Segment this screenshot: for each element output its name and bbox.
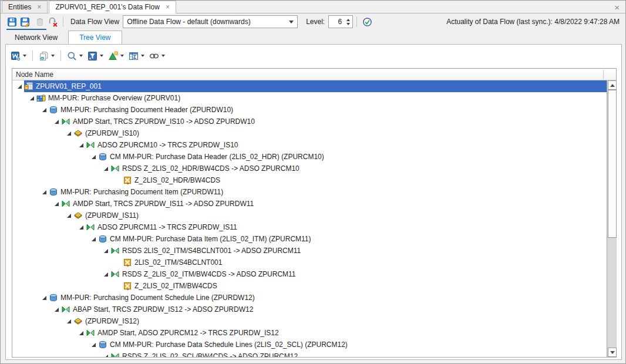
tree-row[interactable]: (ZPURDW_IS10) bbox=[12, 127, 607, 139]
tree-row-label: Z_2LIS_02_ITM/BW4CDS bbox=[134, 282, 217, 290]
tree-row[interactable]: MM-PUR: Purchase Overview (ZPURV01) bbox=[12, 92, 607, 104]
tree-icon bbox=[108, 51, 118, 61]
tree-row[interactable]: ADSO ZPURCM11 -> TRCS ZPURDW_IS11 bbox=[12, 221, 607, 233]
chevron-down-icon[interactable] bbox=[120, 55, 124, 57]
expand-arrow-icon[interactable] bbox=[90, 155, 97, 159]
expand-arrow-icon[interactable] bbox=[78, 225, 85, 230]
filter-button[interactable] bbox=[85, 51, 106, 61]
scrollbar-thumb[interactable] bbox=[608, 90, 617, 238]
expand-arrow-icon[interactable] bbox=[102, 249, 110, 253]
tree-row[interactable]: CM MM-PUR: Purchase Data Item (2LIS_02_I… bbox=[12, 233, 607, 245]
tree-row[interactable]: MM-PUR: Purchasing Document Item (ZPURDW… bbox=[12, 186, 607, 198]
column-divider[interactable] bbox=[603, 70, 604, 79]
trash-icon bbox=[35, 17, 45, 26]
scroll-up-icon bbox=[610, 84, 615, 87]
expand-arrow-icon[interactable] bbox=[53, 202, 60, 206]
isrc-icon bbox=[73, 211, 83, 220]
chevron-down-icon[interactable] bbox=[79, 55, 83, 57]
spin-down-icon[interactable] bbox=[346, 23, 350, 25]
search-button[interactable] bbox=[65, 51, 85, 61]
tree-row-label: 2LIS_02_ITM/S4BCLNT001 bbox=[134, 258, 222, 267]
expand-arrow-icon[interactable] bbox=[16, 85, 23, 89]
chevron-down-icon[interactable] bbox=[141, 55, 144, 57]
tree-row-label: AMDP Start, TRCS ZPURDW_IS11 -> ADSO ZPU… bbox=[73, 200, 254, 208]
tree-row[interactable]: Z_2LIS_02_ITM/BW4CDS bbox=[12, 280, 607, 292]
chevron-down-icon[interactable] bbox=[161, 55, 165, 57]
level-stepper[interactable]: 6 bbox=[328, 15, 353, 28]
expand-arrow-icon[interactable] bbox=[28, 96, 36, 100]
expand-arrow-icon[interactable] bbox=[41, 190, 48, 194]
delete-button[interactable] bbox=[33, 15, 46, 28]
tab-data-flow[interactable]: ZPURV01_REP_001's Data Flow × bbox=[49, 1, 176, 14]
tab-entities[interactable]: Entities × bbox=[2, 1, 48, 13]
tree-row[interactable]: AMDP Start, TRCS ZPURDW_IS11 -> ADSO ZPU… bbox=[12, 198, 607, 210]
expand-arrow-icon[interactable] bbox=[78, 331, 85, 335]
tab-network-view[interactable]: Network View bbox=[4, 31, 68, 45]
tree-row[interactable]: AMDP Start, ADSO ZPURCM12 -> TRCS ZPURDW… bbox=[12, 327, 607, 339]
expand-arrow-icon[interactable] bbox=[65, 132, 73, 136]
copy-note-button[interactable] bbox=[36, 51, 57, 61]
expand-arrow-icon[interactable] bbox=[53, 120, 60, 124]
tree-row[interactable]: MM-PUR: Purchasing Document Schedule Lin… bbox=[12, 292, 607, 304]
word-icon bbox=[11, 51, 21, 61]
leaf-spacer bbox=[115, 261, 122, 265]
expand-arrow-icon[interactable] bbox=[41, 108, 48, 112]
expand-arrow-icon[interactable] bbox=[65, 319, 73, 323]
level-spin-buttons[interactable] bbox=[344, 16, 352, 28]
tree-row[interactable]: ABAP Start, TRCS ZPURDW_IS12 -> ADSO ZPU… bbox=[12, 304, 607, 315]
dsrc-icon bbox=[123, 281, 132, 291]
tree-row[interactable]: CM MM-PUR: Purchase Data Header (2LIS_02… bbox=[12, 151, 607, 163]
tree-row-label: MM-PUR: Purchase Overview (ZPURV01) bbox=[48, 94, 180, 102]
tree-row[interactable]: CM MM-PUR: Purchase Data Schedule Lines … bbox=[12, 339, 607, 350]
close-icon[interactable]: × bbox=[37, 4, 41, 11]
tree-row[interactable]: RSDS Z_2LIS_02_SCL/BW4CDS -> ADSO ZPURCM… bbox=[12, 350, 607, 357]
tree-row[interactable]: RSDS 2LIS_02_ITM/S4BCLNT001 -> ADSO ZPUR… bbox=[12, 245, 607, 257]
view-close-icon[interactable]: × bbox=[614, 2, 620, 12]
tree-column-header[interactable]: Node Name bbox=[12, 69, 616, 80]
data-flow-view-select[interactable]: Offline Data Flow - default (downwards) bbox=[123, 15, 298, 28]
save-button[interactable] bbox=[5, 15, 18, 28]
link-objects-button[interactable] bbox=[147, 51, 167, 61]
expand-hierarchy-button[interactable] bbox=[106, 51, 126, 61]
tree-row[interactable]: RSDS Z_2LIS_02_ITM/BW4CDS -> ADSO ZPURCM… bbox=[12, 268, 607, 280]
scroll-down-button[interactable] bbox=[608, 348, 617, 357]
expand-arrow-icon[interactable] bbox=[90, 343, 97, 347]
expand-arrow-icon[interactable] bbox=[78, 143, 85, 147]
chevron-down-icon[interactable] bbox=[51, 55, 55, 57]
expand-arrow-icon[interactable] bbox=[102, 167, 110, 171]
expand-arrow-icon[interactable] bbox=[53, 308, 60, 312]
trfn-icon bbox=[86, 140, 95, 150]
node-name-header-label: Node Name bbox=[16, 70, 53, 79]
adso-icon bbox=[98, 152, 107, 161]
tree-row[interactable]: AMDP Start, TRCS ZPURDW_IS10 -> ADSO ZPU… bbox=[12, 116, 607, 127]
save-as-button[interactable] bbox=[18, 15, 31, 28]
scroll-up-button[interactable] bbox=[608, 80, 617, 90]
dsrc-icon bbox=[123, 258, 132, 267]
separator bbox=[32, 50, 33, 61]
tree-row[interactable]: Z_2LIS_02_HDR/BW4CDS bbox=[12, 174, 607, 186]
tree-row[interactable]: (ZPURDW_IS12) bbox=[12, 315, 607, 327]
tree-row[interactable]: MM-PUR: Purchasing Document Header (ZPUR… bbox=[12, 104, 607, 116]
copy-icon bbox=[39, 51, 49, 61]
tree-row[interactable]: ZPURV01_REP_001 bbox=[12, 80, 607, 92]
expand-arrow-icon[interactable] bbox=[102, 272, 110, 277]
expand-arrow-icon[interactable] bbox=[65, 214, 73, 218]
expand-arrow-icon[interactable] bbox=[102, 355, 110, 358]
table-totals-button[interactable] bbox=[126, 51, 147, 61]
tab-tree-view[interactable]: Tree View bbox=[68, 31, 122, 45]
tree-row[interactable]: (ZPURDW_IS11) bbox=[12, 210, 607, 221]
expand-arrow-icon[interactable] bbox=[41, 296, 48, 300]
chevron-down-icon[interactable] bbox=[100, 55, 103, 57]
expand-arrow-icon[interactable] bbox=[90, 237, 97, 241]
export-word-report-button[interactable] bbox=[8, 51, 29, 61]
remove-assignment-button[interactable] bbox=[46, 15, 59, 28]
tree-row[interactable]: 2LIS_02_ITM/S4BCLNT001 bbox=[12, 257, 607, 268]
tree-row[interactable]: ADSO ZPURCM10 -> TRCS ZPURDW_IS10 bbox=[12, 139, 607, 151]
separator bbox=[356, 16, 357, 27]
vertical-scrollbar[interactable] bbox=[607, 80, 617, 357]
chevron-down-icon[interactable] bbox=[23, 55, 26, 57]
spin-up-icon[interactable] bbox=[346, 19, 350, 21]
tree-row[interactable]: RSDS Z_2LIS_02_HDR/BW4CDS -> ADSO ZPURCM… bbox=[12, 163, 607, 174]
sync-button[interactable] bbox=[361, 15, 373, 28]
close-icon[interactable]: × bbox=[166, 4, 170, 11]
